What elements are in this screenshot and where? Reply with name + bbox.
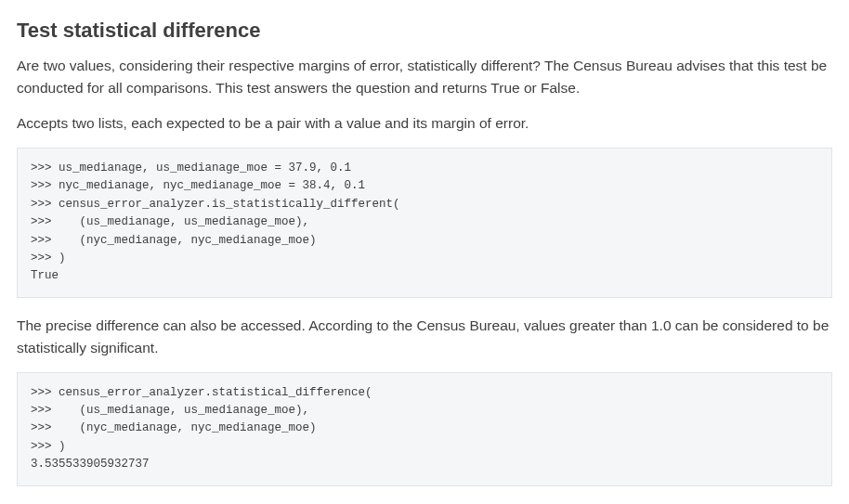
paragraph-intro: Are two values, considering their respec… <box>17 55 832 99</box>
code-block-is-statistically-different: >>> us_medianage, us_medianage_moe = 37.… <box>17 148 832 298</box>
document-section: Test statistical difference Are two valu… <box>0 0 849 504</box>
paragraph-precise: The precise difference can also be acces… <box>17 315 832 359</box>
section-heading: Test statistical difference <box>17 15 832 45</box>
paragraph-accepts: Accepts two lists, each expected to be a… <box>17 112 832 135</box>
code-block-statistical-difference: >>> census_error_analyzer.statistical_di… <box>17 372 832 486</box>
